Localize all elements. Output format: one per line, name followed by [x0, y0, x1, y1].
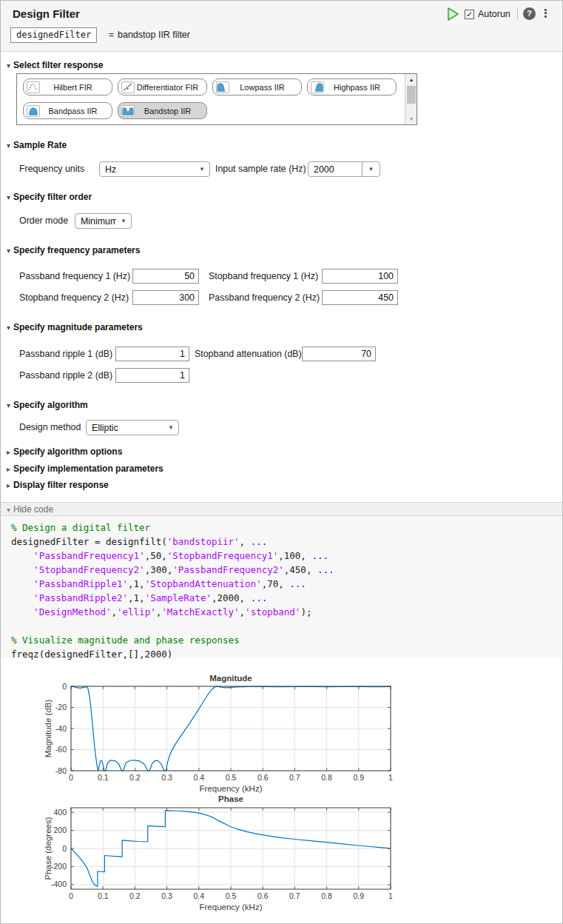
scroll-up-icon[interactable]: ▲ [405, 74, 417, 85]
svg-text:0.1: 0.1 [98, 773, 109, 782]
svg-text:0: 0 [62, 682, 67, 691]
hide-code-toggle[interactable]: ▾Hide code [1, 502, 562, 516]
passband-ripple-1-label: Passband ripple 1 (dB) [19, 346, 112, 362]
svg-text:400: 400 [53, 808, 67, 817]
collapse-triangle-icon: ▾ [7, 141, 10, 150]
expand-triangle-icon: ▸ [7, 481, 10, 489]
chevron-down-icon: ▼ [363, 166, 380, 173]
section-label: Specify algorithm [13, 400, 88, 410]
scrollbar-thumb[interactable] [407, 86, 416, 104]
gallery-item-label: Highpass IIR [324, 83, 396, 92]
expand-triangle-icon: ▸ [7, 465, 10, 473]
collapse-triangle-icon: ▾ [7, 61, 10, 70]
code-block[interactable]: % Design a digital filterdesignedFilter … [1, 516, 562, 658]
run-button[interactable] [445, 7, 460, 21]
page-title: Design Filter [13, 7, 80, 20]
svg-text:Frequency (kHz): Frequency (kHz) [200, 903, 263, 911]
equals-sign: = [109, 30, 114, 40]
help-icon[interactable]: ? [523, 7, 536, 20]
dropdown-value: Elliptic [87, 423, 163, 433]
design-method-label: Design method [19, 420, 81, 435]
kebab-menu-icon[interactable]: ⋮ [540, 6, 551, 21]
svg-text:0.8: 0.8 [321, 891, 332, 900]
section-label: Specify filter order [13, 192, 92, 202]
stopband-frequency-1-label: Stopband frequency 1 (Hz) [209, 269, 318, 284]
svg-text:0.7: 0.7 [289, 773, 300, 782]
dropdown-value: Minimum [75, 216, 116, 227]
svg-text:0.2: 0.2 [129, 891, 141, 900]
svg-text:Magnitude: Magnitude [209, 674, 252, 683]
stopband-frequency-2-label: Stopband frequency 2 (Hz) [19, 290, 129, 306]
gallery-item-differentiator-fir[interactable]: Differentiator FIR [118, 78, 207, 96]
passband-frequency-2-input[interactable] [322, 290, 398, 305]
section-label: Specify algorithm options [13, 446, 122, 457]
passband-ripple-1-input[interactable] [115, 346, 189, 361]
gallery-item-label: Bandpass IIR [40, 107, 112, 116]
section-specify-filter-order[interactable]: ▾Specify filter order [7, 192, 92, 202]
collapse-triangle-icon: ▾ [7, 193, 10, 201]
bandstop-iir-icon [121, 105, 135, 117]
section-sample-rate[interactable]: ▾Sample Rate [7, 140, 67, 150]
lowpass-iir-icon [216, 81, 229, 93]
gallery-item-bandpass-iir[interactable]: Bandpass IIR [23, 102, 112, 119]
section-specify-algorithm[interactable]: ▾Specify algorithm [7, 400, 88, 410]
variable-description: bandstop IIR filter [118, 30, 190, 40]
gallery-item-highpass-iir[interactable]: Highpass IIR [307, 78, 397, 96]
frequency-units-dropdown[interactable]: Hz ▼ [99, 161, 210, 177]
section-label: Specify frequency parameters [13, 245, 140, 255]
header-divider [517, 7, 518, 20]
section-label: Display filter response [13, 480, 109, 490]
section-label: Select filter response [13, 60, 103, 70]
svg-text:0.4: 0.4 [193, 891, 204, 900]
dropdown-value: Hz [100, 164, 195, 175]
autorun-checkbox[interactable]: ✓ [465, 10, 474, 19]
svg-text:-80: -80 [55, 766, 67, 775]
svg-text:0.6: 0.6 [257, 891, 269, 900]
gallery-item-hilbert-fir[interactable]: Hilbert FIR [23, 78, 112, 96]
bandpass-iir-icon [27, 105, 40, 117]
svg-text:0.3: 0.3 [161, 773, 172, 782]
task-header: Design Filter ✓ Autorun ? ⋮ designedFilt… [1, 1, 562, 52]
scroll-down-icon[interactable]: ▼ [405, 113, 417, 124]
svg-text:1: 1 [388, 891, 393, 900]
section-specify-frequency-parameters[interactable]: ▾Specify frequency parameters [7, 245, 140, 255]
passband-ripple-2-input[interactable] [115, 368, 189, 383]
svg-text:0: 0 [62, 844, 67, 853]
stopband-frequency-1-input[interactable] [322, 269, 398, 284]
svg-text:0.8: 0.8 [321, 773, 332, 782]
gallery-scrollbar[interactable]: ▲ ▼ [405, 74, 417, 124]
section-specify-implementation-parameters[interactable]: ▸Specify implementation parameters [7, 463, 163, 474]
gallery-item-label: Differentiator FIR [135, 83, 206, 92]
svg-text:Magnitude (dB): Magnitude (dB) [44, 700, 53, 758]
play-icon [448, 8, 458, 20]
passband-frequency-1-input[interactable] [132, 269, 199, 284]
phase-chart: 00.10.20.30.40.50.60.70.80.914002000-200… [41, 791, 404, 911]
passband-ripple-2-label: Passband ripple 2 (dB) [19, 368, 112, 384]
svg-text:0: 0 [69, 773, 73, 782]
svg-text:0.3: 0.3 [161, 891, 172, 900]
stopband-frequency-2-input[interactable] [132, 290, 199, 305]
collapse-triangle-icon: ▾ [7, 503, 10, 517]
section-specify-algorithm-options[interactable]: ▸Specify algorithm options [7, 446, 122, 457]
order-mode-label: Order mode [19, 213, 68, 229]
passband-frequency-1-label: Passband frequency 1 (Hz) [19, 269, 130, 284]
differentiator-fir-icon [121, 81, 135, 93]
section-display-filter-response[interactable]: ▸Display filter response [7, 480, 109, 490]
gallery-item-lowpass-iir[interactable]: Lowpass IIR [212, 78, 302, 96]
autorun-label: Autorun [478, 9, 510, 19]
input-sample-rate-combobox[interactable]: 2000 ▼ [308, 161, 380, 177]
stopband-attenuation-input[interactable] [302, 346, 376, 361]
section-specify-magnitude-parameters[interactable]: ▾Specify magnitude parameters [7, 322, 143, 332]
svg-text:0.9: 0.9 [353, 891, 364, 900]
gallery-item-bandstop-iir[interactable]: Bandstop IIR [118, 102, 207, 119]
section-select-filter-response[interactable]: ▾Select filter response [7, 60, 103, 70]
svg-text:0.6: 0.6 [257, 773, 269, 782]
design-method-dropdown[interactable]: Elliptic ▼ [86, 420, 179, 435]
svg-text:0.5: 0.5 [226, 891, 237, 900]
svg-text:-400: -400 [51, 880, 67, 888]
passband-frequency-2-label: Passband frequency 2 (Hz) [209, 290, 320, 306]
order-mode-dropdown[interactable]: Minimum ▼ [75, 213, 132, 229]
svg-text:0.9: 0.9 [353, 773, 364, 782]
stopband-attenuation-label: Stopband attenuation (dB) [195, 346, 302, 362]
output-variable-field[interactable]: designedFilter [10, 27, 97, 43]
